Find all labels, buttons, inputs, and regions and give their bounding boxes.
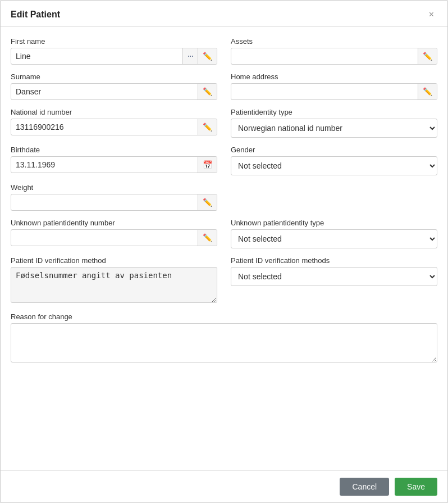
national-id-input[interactable] — [11, 119, 198, 135]
surname-group: Surname — [11, 72, 217, 100]
first-name-dots-button[interactable] — [182, 48, 198, 64]
weight-input[interactable] — [11, 194, 198, 210]
first-name-input-wrapper — [11, 48, 217, 65]
unknown-patient-id-group: Unknown patientidentity number — [11, 219, 217, 248]
patient-id-verification-methods-select[interactable]: Not selected Method A Method B — [231, 267, 437, 286]
dialog-body: First name Assets Surname — [1, 27, 447, 470]
dialog-header: Edit Patient × — [1, 1, 447, 27]
surname-label: Surname — [11, 72, 217, 81]
birthdate-group: Birthdate — [11, 146, 217, 175]
patient-identity-type-label: Patientidentity type — [231, 108, 437, 116]
surname-input[interactable] — [11, 84, 198, 99]
home-address-label: Home address — [231, 72, 437, 81]
reason-for-change-textarea[interactable] — [11, 323, 437, 362]
weight-label: Weight — [11, 183, 217, 192]
unknown-patient-type-select[interactable]: Not selected Type A Type B — [231, 229, 437, 248]
form-grid: First name Assets Surname — [11, 37, 437, 372]
national-id-label: National id number — [11, 108, 217, 116]
gender-group: Gender Not selected Male Female Other — [231, 146, 437, 175]
dialog-title: Edit Patient — [11, 10, 60, 20]
surname-input-wrapper — [11, 83, 217, 100]
unknown-patient-id-input-wrapper — [11, 229, 217, 246]
patient-id-verification-methods-group: Patient ID verification methods Not sele… — [231, 256, 437, 305]
unknown-patient-id-label: Unknown patientidentity number — [11, 219, 217, 227]
assets-label: Assets — [231, 37, 437, 46]
reason-for-change-group: Reason for change — [11, 312, 437, 364]
gender-label: Gender — [231, 146, 437, 154]
weight-edit-button[interactable] — [198, 194, 217, 210]
first-name-edit-button[interactable] — [198, 48, 217, 64]
dialog-footer: Cancel Save — [1, 470, 447, 502]
national-id-edit-button[interactable] — [198, 119, 217, 135]
close-button[interactable]: × — [426, 8, 437, 21]
birthdate-calendar-button[interactable] — [198, 157, 217, 173]
unknown-patient-id-input[interactable] — [11, 230, 198, 246]
gender-select[interactable]: Not selected Male Female Other — [231, 156, 437, 175]
assets-input[interactable] — [231, 48, 418, 64]
first-name-label: First name — [11, 37, 217, 46]
birthdate-label: Birthdate — [11, 146, 217, 154]
home-address-input-wrapper — [231, 83, 437, 100]
national-id-group: National id number — [11, 108, 217, 138]
first-name-group: First name — [11, 37, 217, 65]
weight-input-wrapper — [11, 194, 217, 211]
reason-for-change-label: Reason for change — [11, 312, 437, 321]
assets-group: Assets — [231, 37, 437, 65]
cancel-button[interactable]: Cancel — [340, 478, 389, 496]
assets-edit-button[interactable] — [418, 48, 437, 64]
patient-identity-type-group: Patientidentity type Norwegian national … — [231, 108, 437, 138]
assets-input-wrapper — [231, 48, 437, 65]
home-address-group: Home address — [231, 72, 437, 100]
birthdate-input[interactable] — [11, 157, 198, 173]
edit-patient-dialog: Edit Patient × First name Assets — [0, 0, 448, 503]
patient-id-verification-methods-label: Patient ID verification methods — [231, 256, 437, 265]
first-name-input[interactable] — [11, 48, 182, 64]
patient-id-verification-method-group: Patient ID verification method Fødselsnu… — [11, 256, 217, 305]
unknown-patient-type-group: Unknown patientidentity type Not selecte… — [231, 219, 437, 248]
save-button[interactable]: Save — [395, 478, 437, 496]
unknown-patient-id-edit-button[interactable] — [198, 230, 217, 246]
patient-id-verification-method-textarea[interactable]: Fødselsnummer angitt av pasienten — [11, 267, 217, 303]
surname-edit-button[interactable] — [198, 84, 217, 99]
unknown-patient-type-label: Unknown patientidentity type — [231, 219, 437, 227]
home-address-edit-button[interactable] — [418, 84, 437, 99]
patient-identity-type-select[interactable]: Norwegian national id number Other — [231, 119, 437, 138]
home-address-input[interactable] — [231, 84, 418, 99]
patient-id-verification-method-label: Patient ID verification method — [11, 256, 217, 265]
weight-group: Weight — [11, 183, 217, 211]
birthdate-input-wrapper — [11, 156, 217, 173]
national-id-input-wrapper — [11, 119, 217, 135]
